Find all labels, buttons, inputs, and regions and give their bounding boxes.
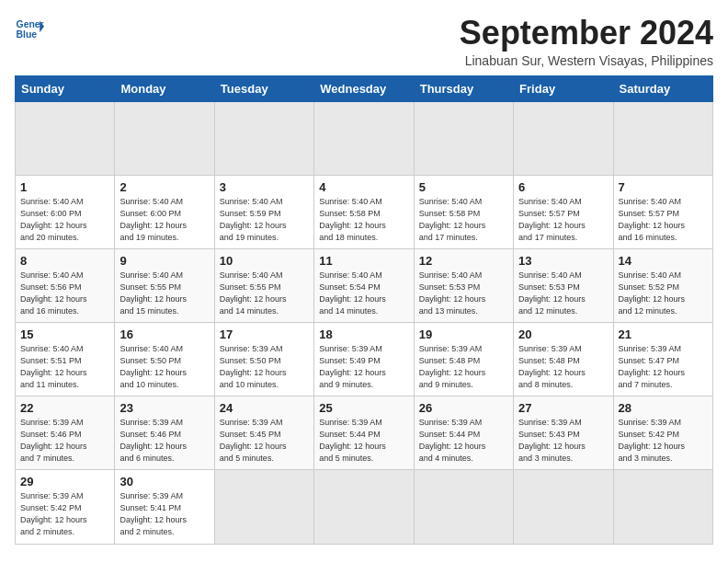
day-number: 27 <box>518 401 608 415</box>
day-info: Sunrise: 5:40 AM Sunset: 5:59 PM Dayligh… <box>220 196 309 244</box>
calendar-cell: 11Sunrise: 5:40 AM Sunset: 5:54 PM Dayli… <box>314 248 414 322</box>
day-info: Sunrise: 5:39 AM Sunset: 5:45 PM Dayligh… <box>220 417 309 465</box>
calendar-week-3: 15Sunrise: 5:40 AM Sunset: 5:51 PM Dayli… <box>16 322 713 396</box>
day-number: 23 <box>119 401 209 415</box>
calendar-header-row: SundayMondayTuesdayWednesdayThursdayFrid… <box>16 75 713 101</box>
day-number: 5 <box>419 180 508 194</box>
calendar-cell: 21Sunrise: 5:39 AM Sunset: 5:47 PM Dayli… <box>613 322 712 396</box>
day-info: Sunrise: 5:40 AM Sunset: 5:58 PM Dayligh… <box>319 196 408 244</box>
calendar-cell <box>115 101 214 175</box>
day-info: Sunrise: 5:39 AM Sunset: 5:43 PM Dayligh… <box>518 417 608 465</box>
day-info: Sunrise: 5:40 AM Sunset: 5:50 PM Dayligh… <box>119 343 209 391</box>
day-number: 4 <box>319 180 408 194</box>
calendar-cell <box>414 470 513 544</box>
day-number: 1 <box>20 180 109 194</box>
day-info: Sunrise: 5:39 AM Sunset: 5:49 PM Dayligh… <box>319 343 408 391</box>
calendar-cell: 20Sunrise: 5:39 AM Sunset: 5:48 PM Dayli… <box>514 322 613 396</box>
calendar-cell <box>414 101 513 175</box>
calendar-cell: 18Sunrise: 5:39 AM Sunset: 5:49 PM Dayli… <box>314 322 414 396</box>
day-number: 20 <box>518 327 608 341</box>
calendar-cell <box>613 101 712 175</box>
calendar-cell: 28Sunrise: 5:39 AM Sunset: 5:42 PM Dayli… <box>613 396 712 470</box>
day-info: Sunrise: 5:40 AM Sunset: 5:56 PM Dayligh… <box>20 270 109 317</box>
day-number: 17 <box>220 327 309 341</box>
day-number: 22 <box>20 401 109 415</box>
day-number: 13 <box>518 254 608 268</box>
day-info: Sunrise: 5:40 AM Sunset: 5:52 PM Dayligh… <box>619 270 708 317</box>
day-info: Sunrise: 5:39 AM Sunset: 5:48 PM Dayligh… <box>518 343 608 391</box>
column-header-wednesday: Wednesday <box>314 75 414 101</box>
day-number: 15 <box>20 327 109 341</box>
day-number: 26 <box>419 401 508 415</box>
day-info: Sunrise: 5:39 AM Sunset: 5:50 PM Dayligh… <box>220 343 309 391</box>
day-info: Sunrise: 5:39 AM Sunset: 5:42 PM Dayligh… <box>619 417 708 465</box>
calendar-cell: 24Sunrise: 5:39 AM Sunset: 5:45 PM Dayli… <box>214 396 313 470</box>
calendar-week-1: 1Sunrise: 5:40 AM Sunset: 6:00 PM Daylig… <box>16 175 713 248</box>
calendar-cell <box>314 470 414 544</box>
day-number: 21 <box>619 327 708 341</box>
calendar-cell: 7Sunrise: 5:40 AM Sunset: 5:57 PM Daylig… <box>613 175 712 248</box>
column-header-sunday: Sunday <box>16 75 115 101</box>
logo-icon: General Blue <box>15 15 44 44</box>
day-number: 6 <box>518 180 608 194</box>
day-number: 29 <box>20 475 109 488</box>
calendar-cell: 23Sunrise: 5:39 AM Sunset: 5:46 PM Dayli… <box>115 396 214 470</box>
calendar-cell: 4Sunrise: 5:40 AM Sunset: 5:58 PM Daylig… <box>314 175 414 248</box>
calendar-cell: 16Sunrise: 5:40 AM Sunset: 5:50 PM Dayli… <box>115 322 214 396</box>
calendar-cell: 17Sunrise: 5:39 AM Sunset: 5:50 PM Dayli… <box>214 322 313 396</box>
day-number: 9 <box>119 254 209 268</box>
calendar-cell: 14Sunrise: 5:40 AM Sunset: 5:52 PM Dayli… <box>613 248 712 322</box>
day-info: Sunrise: 5:39 AM Sunset: 5:42 PM Dayligh… <box>20 490 109 538</box>
day-info: Sunrise: 5:39 AM Sunset: 5:48 PM Dayligh… <box>419 343 508 391</box>
column-header-saturday: Saturday <box>613 75 712 101</box>
svg-text:Blue: Blue <box>17 29 38 40</box>
calendar-cell: 2Sunrise: 5:40 AM Sunset: 6:00 PM Daylig… <box>115 175 214 248</box>
day-number: 7 <box>619 180 708 194</box>
day-number: 3 <box>220 180 309 194</box>
day-info: Sunrise: 5:40 AM Sunset: 5:55 PM Dayligh… <box>119 270 209 317</box>
calendar-week-4: 22Sunrise: 5:39 AM Sunset: 5:46 PM Dayli… <box>16 396 713 470</box>
calendar-cell: 8Sunrise: 5:40 AM Sunset: 5:56 PM Daylig… <box>16 248 115 322</box>
day-number: 24 <box>220 401 309 415</box>
calendar-cell: 29Sunrise: 5:39 AM Sunset: 5:42 PM Dayli… <box>16 470 115 544</box>
day-number: 30 <box>119 475 209 488</box>
calendar-cell: 25Sunrise: 5:39 AM Sunset: 5:44 PM Dayli… <box>314 396 414 470</box>
day-number: 18 <box>319 327 408 341</box>
day-info: Sunrise: 5:39 AM Sunset: 5:44 PM Dayligh… <box>319 417 408 465</box>
calendar-cell: 22Sunrise: 5:39 AM Sunset: 5:46 PM Dayli… <box>16 396 115 470</box>
calendar-body: 1Sunrise: 5:40 AM Sunset: 6:00 PM Daylig… <box>16 101 713 544</box>
day-number: 19 <box>419 327 508 341</box>
day-info: Sunrise: 5:40 AM Sunset: 5:58 PM Dayligh… <box>419 196 508 244</box>
day-info: Sunrise: 5:40 AM Sunset: 6:00 PM Dayligh… <box>20 196 109 244</box>
day-info: Sunrise: 5:39 AM Sunset: 5:46 PM Dayligh… <box>119 417 209 465</box>
day-number: 10 <box>220 254 309 268</box>
day-number: 8 <box>20 254 109 268</box>
column-header-thursday: Thursday <box>414 75 513 101</box>
calendar-cell: 9Sunrise: 5:40 AM Sunset: 5:55 PM Daylig… <box>115 248 214 322</box>
day-number: 28 <box>619 401 708 415</box>
calendar-cell: 27Sunrise: 5:39 AM Sunset: 5:43 PM Dayli… <box>514 396 613 470</box>
day-number: 25 <box>319 401 408 415</box>
calendar-cell: 15Sunrise: 5:40 AM Sunset: 5:51 PM Dayli… <box>16 322 115 396</box>
calendar-cell: 6Sunrise: 5:40 AM Sunset: 5:57 PM Daylig… <box>514 175 613 248</box>
calendar-cell: 26Sunrise: 5:39 AM Sunset: 5:44 PM Dayli… <box>414 396 513 470</box>
calendar-week-5: 29Sunrise: 5:39 AM Sunset: 5:42 PM Dayli… <box>16 470 713 544</box>
calendar-week-2: 8Sunrise: 5:40 AM Sunset: 5:56 PM Daylig… <box>16 248 713 322</box>
calendar-cell: 10Sunrise: 5:40 AM Sunset: 5:55 PM Dayli… <box>214 248 313 322</box>
calendar-subtitle: Linabuan Sur, Western Visayas, Philippin… <box>460 53 713 68</box>
day-info: Sunrise: 5:40 AM Sunset: 6:00 PM Dayligh… <box>119 196 209 244</box>
calendar-cell <box>314 101 414 175</box>
calendar-cell: 30Sunrise: 5:39 AM Sunset: 5:41 PM Dayli… <box>115 470 214 544</box>
day-number: 16 <box>119 327 209 341</box>
calendar-week-0 <box>16 101 713 175</box>
calendar-cell: 13Sunrise: 5:40 AM Sunset: 5:53 PM Dayli… <box>514 248 613 322</box>
calendar-cell <box>514 470 613 544</box>
day-number: 12 <box>419 254 508 268</box>
day-number: 11 <box>319 254 408 268</box>
calendar-title: September 2024 <box>460 15 713 52</box>
calendar-cell: 1Sunrise: 5:40 AM Sunset: 6:00 PM Daylig… <box>16 175 115 248</box>
day-info: Sunrise: 5:40 AM Sunset: 5:57 PM Dayligh… <box>619 196 708 244</box>
calendar-cell: 5Sunrise: 5:40 AM Sunset: 5:58 PM Daylig… <box>414 175 513 248</box>
day-info: Sunrise: 5:39 AM Sunset: 5:41 PM Dayligh… <box>119 490 209 538</box>
calendar-table: SundayMondayTuesdayWednesdayThursdayFrid… <box>15 75 713 545</box>
